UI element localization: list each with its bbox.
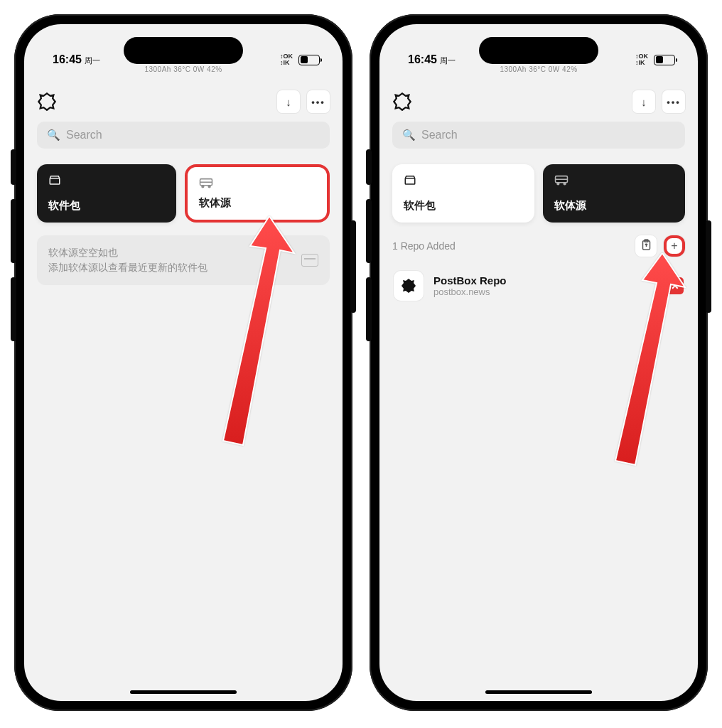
close-icon: ✕ (671, 280, 679, 291)
tab-packages-label: 软件包 (48, 199, 165, 213)
home-indicator (130, 690, 237, 694)
svg-rect-5 (405, 178, 415, 184)
clipboard-icon (641, 239, 652, 254)
svg-rect-0 (50, 178, 60, 184)
clipboard-button[interactable] (635, 235, 657, 257)
battery-icon: 42 (298, 55, 320, 65)
mini-status-text: 1300Ah 36°C 0W 42% (144, 65, 222, 73)
download-icon: ↓ (286, 96, 291, 108)
search-placeholder: Search (66, 129, 102, 141)
repo-name: PostBox Repo (433, 274, 657, 287)
battery-icon: 42 (654, 55, 675, 65)
repo-url: postbox.news (433, 287, 657, 297)
archive-icon (301, 254, 318, 267)
battery-text: 42 (654, 56, 674, 63)
phone-frame-left: 1300Ah 36°C 0W 42% 16:45 周一 ↕OK↕IK 42 (14, 14, 352, 711)
tab-sources[interactable]: 软体源 (185, 164, 330, 223)
search-input[interactable]: 🔍 Search (392, 122, 685, 149)
svg-point-3 (208, 186, 210, 188)
empty-line-1: 软体源空空如也 (48, 245, 301, 260)
svg-point-8 (564, 183, 566, 185)
phone-frame-right: 1300Ah 36°C 0W 42% 16:45 周一 ↕OK↕IK 42 (370, 14, 708, 711)
search-input[interactable]: 🔍 Search (37, 122, 330, 149)
more-icon: ••• (311, 97, 325, 107)
download-button[interactable]: ↓ (277, 90, 300, 113)
download-button[interactable]: ↓ (632, 90, 655, 113)
tab-sources-label: 软体源 (554, 199, 674, 213)
cellular-icon: ↕OK↕IK (635, 53, 648, 66)
search-placeholder: Search (421, 129, 458, 141)
more-button[interactable]: ••• (662, 90, 685, 113)
repo-icon (394, 271, 424, 301)
tab-packages[interactable]: 软件包 (392, 164, 534, 223)
tray-icon (199, 177, 316, 188)
box-icon (404, 174, 523, 186)
mini-status-text: 1300Ah 36°C 0W 42% (500, 65, 577, 73)
svg-point-2 (202, 186, 204, 188)
more-icon: ••• (667, 97, 681, 107)
tray-icon (554, 174, 674, 186)
download-icon: ↓ (641, 96, 647, 108)
status-day: 周一 (440, 55, 456, 66)
battery-text: 42 (299, 56, 319, 63)
screen-right: 1300Ah 36°C 0W 42% 16:45 周一 ↕OK↕IK 42 (379, 24, 698, 701)
status-day: 周一 (85, 55, 100, 66)
box-icon (48, 174, 165, 186)
empty-line-2: 添加软体源以查看最近更新的软件包 (48, 260, 301, 275)
app-logo-icon (392, 92, 412, 112)
add-repo-button[interactable]: + (664, 235, 685, 257)
screen-left: 1300Ah 36°C 0W 42% 16:45 周一 ↕OK↕IK 42 (24, 24, 343, 701)
search-icon: 🔍 (402, 129, 416, 141)
cellular-icon: ↕OK↕IK (280, 53, 293, 66)
delete-repo-button[interactable]: ✕ (667, 277, 684, 294)
plus-icon: + (671, 240, 677, 252)
status-time: 16:45 (408, 53, 437, 66)
status-time: 16:45 (53, 53, 82, 66)
more-button[interactable]: ••• (307, 90, 330, 113)
app-logo-icon (37, 92, 57, 112)
empty-state: 软体源空空如也 添加软体源以查看最近更新的软件包 (37, 235, 330, 285)
svg-point-7 (557, 183, 559, 185)
repo-list-item[interactable]: PostBox Repo postbox.news ✕ (392, 264, 685, 308)
notch (479, 37, 598, 64)
tab-packages[interactable]: 软件包 (37, 164, 176, 223)
notch (124, 37, 243, 64)
tab-sources-label: 软体源 (199, 196, 316, 210)
search-icon: 🔍 (47, 129, 60, 141)
tab-packages-label: 软件包 (404, 199, 523, 213)
home-indicator (485, 690, 592, 694)
tab-sources[interactable]: 软体源 (543, 164, 685, 223)
section-title: 1 Repo Added (392, 240, 456, 252)
